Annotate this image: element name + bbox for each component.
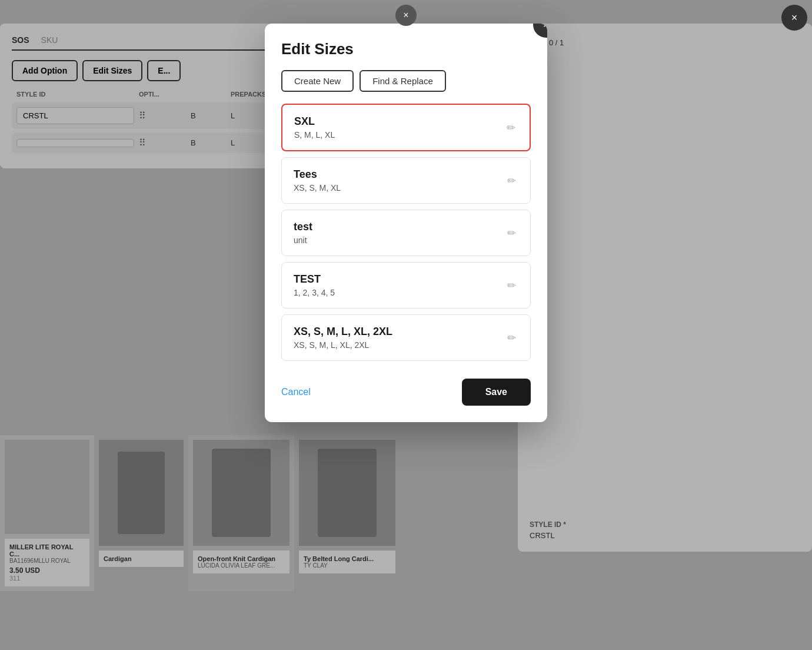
edit-pencil-icon-sxl[interactable]: ✏ — [504, 119, 518, 137]
modal-footer: Cancel Save — [265, 367, 547, 422]
size-item-test-caps[interactable]: TEST 1, 2, 3, 4, 5 ✏ — [281, 262, 531, 309]
size-item-tees[interactable]: Tees XS, S, M, XL ✏ — [281, 157, 531, 204]
modal-title: Edit Sizes — [281, 40, 531, 58]
top-center-close-button[interactable]: × — [395, 5, 417, 26]
modal-overlay: × Edit Sizes Create New Find & Replace S… — [0, 0, 812, 650]
edit-pencil-icon-test-caps[interactable]: ✏ — [505, 277, 518, 294]
edit-sizes-modal: × Edit Sizes Create New Find & Replace S… — [265, 24, 547, 422]
size-item-tees-info: Tees XS, S, M, XL — [294, 168, 505, 193]
find-replace-tab[interactable]: Find & Replace — [360, 70, 446, 92]
top-close-icon: × — [403, 10, 408, 21]
edit-pencil-icon-xs-2xl[interactable]: ✏ — [505, 329, 518, 347]
create-new-tab[interactable]: Create New — [281, 70, 354, 92]
save-button[interactable]: Save — [462, 379, 531, 406]
size-item-sxl[interactable]: SXL S, M, L, XL ✏ — [281, 104, 531, 151]
screen-close-icon: × — [791, 12, 798, 24]
size-item-sxl-sizes: S, M, L, XL — [294, 130, 504, 140]
size-item-test-name: test — [294, 221, 505, 233]
size-item-tees-name: Tees — [294, 168, 505, 181]
size-item-test-caps-sizes: 1, 2, 3, 4, 5 — [294, 288, 505, 297]
size-item-test[interactable]: test unit ✏ — [281, 210, 531, 256]
size-item-tees-sizes: XS, S, M, XL — [294, 183, 505, 193]
size-item-test-caps-name: TEST — [294, 273, 505, 286]
size-item-test-caps-info: TEST 1, 2, 3, 4, 5 — [294, 273, 505, 297]
size-item-sxl-info: SXL S, M, L, XL — [294, 115, 504, 140]
size-item-sxl-name: SXL — [294, 115, 504, 128]
size-item-xs-2xl-sizes: XS, S, M, L, XL, 2XL — [294, 340, 505, 350]
size-item-test-sizes: unit — [294, 236, 505, 245]
size-item-xs-2xl-name: XS, S, M, L, XL, 2XL — [294, 326, 505, 338]
edit-pencil-icon-tees[interactable]: ✏ — [505, 172, 518, 190]
edit-pencil-icon-test[interactable]: ✏ — [505, 224, 518, 242]
size-item-xs-2xl-info: XS, S, M, L, XL, 2XL XS, S, M, L, XL, 2X… — [294, 326, 505, 350]
size-item-test-info: test unit — [294, 221, 505, 245]
screen-close-button[interactable]: × — [781, 5, 807, 31]
size-item-xs-2xl[interactable]: XS, S, M, L, XL, 2XL XS, S, M, L, XL, 2X… — [281, 314, 531, 361]
modal-header: Edit Sizes Create New Find & Replace — [265, 24, 547, 104]
modal-tabs: Create New Find & Replace — [281, 70, 531, 92]
size-list: SXL S, M, L, XL ✏ Tees XS, S, M, XL ✏ te… — [265, 104, 547, 367]
cancel-button[interactable]: Cancel — [281, 387, 311, 397]
